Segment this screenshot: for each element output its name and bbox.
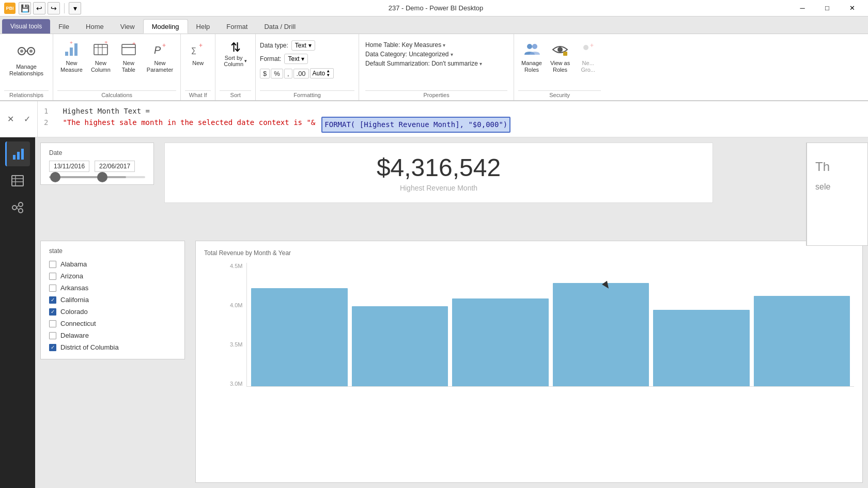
formula-confirm-button[interactable]: ✓ — [21, 113, 33, 125]
chart-bar[interactable] — [754, 296, 850, 386]
chart-bar[interactable] — [251, 288, 347, 386]
redo-button[interactable]: ↪ — [48, 2, 60, 14]
svg-rect-5 — [65, 52, 68, 56]
tab-home[interactable]: Home — [78, 19, 112, 34]
minimize-button[interactable]: ─ — [791, 1, 814, 16]
state-checkbox[interactable] — [49, 285, 56, 292]
dollar-button[interactable]: $ — [260, 69, 270, 78]
state-list-item[interactable]: ✓Colorado — [49, 306, 176, 317]
auto-box: Auto ▲ ▼ — [310, 68, 334, 78]
view-as-roles-button[interactable]: View asRoles — [547, 38, 573, 75]
chart-bar[interactable] — [452, 298, 548, 386]
formula-controls: ✕ ✓ — [0, 101, 38, 137]
tab-modeling[interactable]: Modeling — [143, 19, 188, 34]
new-whatif-label: New — [192, 60, 204, 67]
format-spinners: ▲ ▼ — [325, 69, 331, 77]
state-list-item[interactable]: Alabama — [49, 259, 176, 270]
new-whatif-button[interactable]: ∑+ New — [185, 38, 211, 69]
chart-bar[interactable] — [653, 310, 749, 386]
slicer-date-start[interactable]: 13/11/2016 — [49, 161, 89, 172]
save-button[interactable]: 💾 — [19, 2, 31, 14]
state-list-item[interactable]: ✓District of Columbia — [49, 342, 176, 353]
state-name-label: Alabama — [60, 260, 87, 268]
home-table-dropdown[interactable]: Home Table: Key Measures ▾ — [365, 41, 445, 49]
formula-line-2: 2 "The highest sale month in the selecte… — [44, 117, 862, 132]
ribbon-section-relationships: ManageRelationships Relationships — [0, 34, 53, 100]
state-checkbox[interactable]: ✓ — [49, 296, 56, 304]
chart-bar[interactable] — [553, 283, 649, 386]
slider-thumb-right[interactable] — [97, 172, 107, 182]
state-checkbox[interactable] — [49, 273, 56, 280]
format-dropdown[interactable]: Text ▾ — [284, 54, 308, 64]
svg-point-21 — [527, 44, 532, 49]
revenue-card: $4,316,542 Highest Revenue Month — [164, 143, 713, 203]
maximize-button[interactable]: □ — [815, 1, 839, 16]
window-controls: ─ □ ✕ — [791, 1, 864, 16]
state-list-item[interactable]: Delaware — [49, 330, 176, 341]
formula-content[interactable]: 1 Highest Month Text = 2 "The highest sa… — [38, 101, 868, 137]
data-type-dropdown[interactable]: Text ▾ — [291, 40, 315, 51]
slicer-title: Date — [49, 149, 145, 156]
security-buttons: ManageRoles View asRoles + — [518, 36, 601, 90]
format-arrow: ▾ — [301, 55, 304, 62]
formula-cancel-button[interactable]: ✕ — [4, 113, 17, 125]
state-checkbox[interactable] — [49, 332, 56, 339]
chart-wrapper: 4.5M4.0M3.5M3.0M — [230, 263, 854, 387]
state-list-item[interactable]: ✓California — [49, 294, 176, 305]
state-list-item[interactable]: Arizona — [49, 271, 176, 281]
tab-file[interactable]: File — [50, 19, 78, 34]
chart-bars — [246, 263, 854, 387]
ribbon: ManageRelationships Relationships + NewM… — [0, 34, 868, 101]
decimal-button[interactable]: .00 — [293, 69, 309, 78]
data-type-label: Data type: — [260, 42, 288, 49]
undo-button[interactable]: ↩ — [33, 2, 45, 14]
state-checkbox[interactable] — [49, 320, 56, 327]
state-name-label: District of Columbia — [60, 343, 119, 351]
format-label: Format: — [260, 55, 281, 62]
app-title: 237 - Demo - Power BI Desktop — [84, 4, 787, 12]
slicer-date-end[interactable]: 22/06/2017 — [95, 161, 135, 172]
state-checkbox[interactable]: ✓ — [49, 308, 56, 316]
default-sum-dropdown[interactable]: Default Summarization: Don't summarize ▾ — [365, 60, 482, 67]
svg-text:+: + — [199, 42, 203, 49]
slider-thumb-left[interactable] — [50, 172, 60, 182]
close-button[interactable]: ✕ — [840, 1, 864, 16]
format-symbols-row: $ % , .00 Auto ▲ ▼ — [260, 68, 334, 78]
tab-visual-tools[interactable]: Visual tools — [2, 19, 50, 34]
new-column-button[interactable]: + NewColumn — [88, 38, 114, 75]
state-list-item[interactable]: Connecticut — [49, 318, 176, 329]
comma-button[interactable]: , — [284, 69, 292, 78]
sidebar-model-icon[interactable] — [5, 195, 30, 220]
state-checkbox[interactable] — [49, 261, 56, 268]
spinner-down[interactable]: ▼ — [325, 73, 331, 77]
ribbon-tab-bar: Visual tools File Home View Modeling Hel… — [0, 17, 868, 34]
tab-view[interactable]: View — [112, 19, 143, 34]
manage-relationships-button[interactable]: ManageRelationships — [4, 38, 49, 79]
slicer-slider[interactable] — [49, 176, 145, 178]
relationships-section-label: Relationships — [4, 90, 49, 100]
new-table-button[interactable]: + NewTable — [116, 38, 142, 75]
sidebar-report-icon[interactable] — [5, 141, 30, 166]
state-name-label: Arkansas — [60, 284, 88, 292]
dropdown-button[interactable]: ▾ — [69, 2, 81, 14]
new-group-button[interactable]: + Ne...Gro... — [575, 38, 601, 75]
new-parameter-button[interactable]: P+ NewParameter — [144, 38, 176, 75]
tab-help[interactable]: Help — [188, 19, 219, 34]
text-box-line2: sele — [815, 182, 859, 192]
chart-bar[interactable] — [352, 306, 448, 386]
new-measure-button[interactable]: + NewMeasure — [57, 38, 86, 75]
state-list-item[interactable]: Arkansas — [49, 282, 176, 293]
sort-section-label: Sort — [220, 90, 251, 100]
canvas-area[interactable]: Date 13/11/2016 22/06/2017 $4,316,542 Hi… — [35, 137, 868, 488]
percent-button[interactable]: % — [271, 69, 283, 78]
state-checkbox[interactable]: ✓ — [49, 344, 56, 351]
sort-by-column-button[interactable]: ⇅ Sort byColumn ▾ — [220, 38, 251, 69]
tab-data-drill[interactable]: Data / Drill — [256, 19, 304, 34]
tab-format[interactable]: Format — [218, 19, 256, 34]
sort-buttons: ⇅ Sort byColumn ▾ — [220, 36, 251, 90]
formatting-controls: Data type: Text ▾ Format: Text ▾ $ % , .… — [260, 36, 354, 90]
manage-roles-button[interactable]: ManageRoles — [518, 38, 545, 75]
svg-line-38 — [17, 208, 19, 210]
data-category-dropdown[interactable]: Data Category: Uncategorized ▾ — [365, 51, 453, 58]
sidebar-data-icon[interactable] — [5, 168, 30, 193]
